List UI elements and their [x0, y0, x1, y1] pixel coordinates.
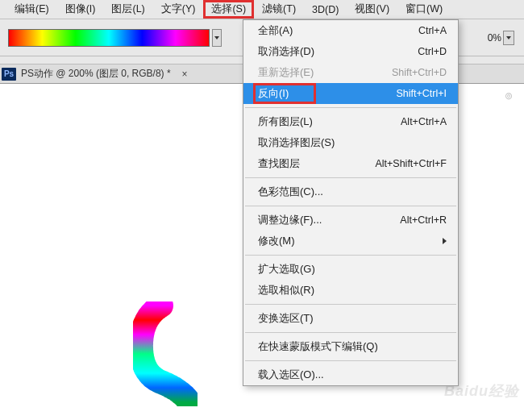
menu-all-layers[interactable]: 所有图层(L) Alt+Ctrl+A	[243, 111, 458, 132]
menu-item-shortcut: Alt+Ctrl+R	[400, 214, 447, 226]
opacity-value[interactable]: 0%	[488, 31, 514, 45]
menu-item-shortcut: Alt+Ctrl+A	[401, 116, 447, 127]
menu-separator	[245, 206, 456, 206]
gradient-dropdown-button[interactable]	[212, 29, 222, 47]
menu-color-range[interactable]: 色彩范围(C)...	[243, 181, 458, 202]
menu-text[interactable]: 文字(Y)	[153, 0, 204, 19]
menu-similar[interactable]: 选取相似(R)	[243, 280, 458, 301]
menu-item-label: 选取相似(R)	[258, 283, 314, 297]
menu-item-shortcut: Shift+Ctrl+D	[392, 67, 447, 78]
menu-window[interactable]: 窗口(W)	[397, 0, 451, 19]
document-title[interactable]: PS动作 @ 200% (图层 0, RGB/8) *	[21, 67, 171, 81]
menu-item-label: 所有图层(L)	[258, 114, 313, 129]
menu-separator	[245, 255, 456, 256]
menu-item-label: 修改(M)	[258, 234, 295, 248]
gradient-picker[interactable]	[8, 29, 222, 47]
menu-item-label: 在快速蒙版模式下编辑(Q)	[258, 339, 378, 354]
menu-item-label: 调整边缘(F)...	[258, 213, 322, 227]
menu-item-shortcut: Shift+Ctrl+I	[396, 88, 447, 99]
menu-load-selection[interactable]: 载入选区(O)...	[243, 364, 458, 385]
menu-separator	[245, 360, 456, 361]
chevron-down-icon	[506, 36, 511, 40]
menu-inverse[interactable]: 反向(I) Shift+Ctrl+I	[243, 83, 458, 104]
menu-item-label: 变换选区(T)	[258, 311, 314, 326]
menu-refine-edge[interactable]: 调整边缘(F)... Alt+Ctrl+R	[243, 210, 458, 231]
menu-item-label: 载入选区(O)...	[258, 368, 324, 382]
menu-reselect: 重新选择(E) Shift+Ctrl+D	[243, 62, 458, 83]
zoom-indicator-icon: ⊚	[505, 90, 513, 102]
menu-image[interactable]: 图像(I)	[57, 0, 104, 19]
menu-3d[interactable]: 3D(D)	[304, 2, 347, 18]
menu-separator	[245, 177, 456, 178]
menu-select-all[interactable]: 全部(A) Ctrl+A	[243, 20, 458, 41]
menu-item-label: 重新选择(E)	[258, 65, 314, 80]
menu-item-label: 全部(A)	[258, 23, 293, 38]
opacity-label: 0%	[488, 32, 501, 44]
opacity-control: 0%	[488, 31, 514, 45]
close-document-button[interactable]: ×	[179, 69, 191, 80]
menu-item-label: 查找图层	[258, 156, 300, 171]
menu-separator	[245, 304, 456, 305]
menu-item-label: 取消选择(D)	[258, 44, 314, 59]
menu-item-label: 反向(I)	[258, 86, 289, 101]
menubar: 编辑(E) 图像(I) 图层(L) 文字(Y) 选择(S) 滤镜(T) 3D(D…	[0, 0, 524, 19]
menu-item-shortcut: Ctrl+D	[418, 46, 447, 57]
menu-layer[interactable]: 图层(L)	[103, 0, 152, 19]
select-menu-dropdown: 全部(A) Ctrl+A 取消选择(D) Ctrl+D 重新选择(E) Shif…	[243, 19, 459, 386]
menu-modify[interactable]: 修改(M)	[243, 231, 458, 252]
menu-transform-selection[interactable]: 变换选区(T)	[243, 308, 458, 329]
menu-item-shortcut: Alt+Shift+Ctrl+F	[375, 158, 447, 169]
menu-item-label: 取消选择图层(S)	[258, 135, 335, 150]
menu-deselect[interactable]: 取消选择(D) Ctrl+D	[243, 41, 458, 62]
menu-separator	[245, 332, 456, 333]
menu-view[interactable]: 视图(V)	[347, 0, 397, 19]
menu-grow[interactable]: 扩大选取(G)	[243, 259, 458, 280]
chevron-down-icon	[214, 36, 219, 40]
menu-separator	[245, 107, 456, 108]
menu-filter[interactable]: 滤镜(T)	[254, 0, 304, 19]
submenu-arrow-icon	[443, 238, 447, 244]
menu-item-label: 扩大选取(G)	[258, 262, 315, 277]
menu-item-shortcut: Ctrl+A	[418, 25, 447, 36]
menu-item-label: 色彩范围(C)...	[258, 185, 323, 199]
menu-quick-mask[interactable]: 在快速蒙版模式下编辑(Q)	[243, 336, 458, 357]
color-stroke-artwork	[133, 301, 198, 406]
menu-edit[interactable]: 编辑(E)	[6, 0, 57, 19]
menu-select[interactable]: 选择(S)	[203, 0, 254, 19]
ps-badge-icon: Ps	[2, 68, 16, 81]
opacity-dropdown-button[interactable]	[503, 31, 514, 45]
menu-deselect-layers[interactable]: 取消选择图层(S)	[243, 132, 458, 153]
gradient-preview[interactable]	[8, 29, 210, 47]
menu-find-layers[interactable]: 查找图层 Alt+Shift+Ctrl+F	[243, 153, 458, 174]
